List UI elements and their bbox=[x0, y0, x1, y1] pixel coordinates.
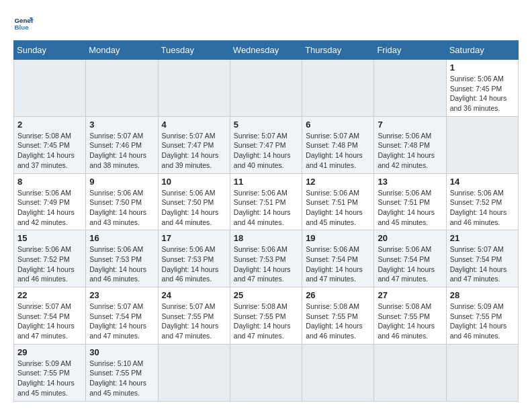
day-info: Sunrise: 5:07 AMSunset: 7:54 PMDaylight:… bbox=[89, 302, 154, 341]
day-number: 30 bbox=[89, 347, 154, 357]
calendar-day-cell bbox=[230, 344, 302, 401]
day-info: Sunrise: 5:07 AMSunset: 7:47 PMDaylight:… bbox=[162, 131, 226, 171]
day-number: 7 bbox=[378, 120, 442, 130]
calendar-week-row: 22Sunrise: 5:07 AMSunset: 7:54 PMDayligh… bbox=[14, 287, 519, 345]
day-info: Sunrise: 5:07 AMSunset: 7:48 PMDaylight:… bbox=[306, 131, 370, 171]
calendar-day-cell: 19Sunrise: 5:06 AMSunset: 7:54 PMDayligh… bbox=[302, 230, 374, 287]
calendar-day-cell bbox=[374, 60, 446, 117]
calendar-day-cell: 6Sunrise: 5:07 AMSunset: 7:48 PMDaylight… bbox=[302, 116, 374, 173]
day-number: 12 bbox=[306, 177, 370, 187]
calendar-day-cell bbox=[446, 344, 518, 401]
svg-text:Blue: Blue bbox=[15, 24, 30, 31]
calendar-day-cell: 5Sunrise: 5:07 AMSunset: 7:47 PMDaylight… bbox=[230, 116, 302, 173]
day-number: 25 bbox=[234, 290, 298, 300]
calendar-day-cell bbox=[14, 60, 86, 117]
day-number: 16 bbox=[89, 233, 154, 243]
calendar-day-cell: 2Sunrise: 5:08 AMSunset: 7:45 PMDaylight… bbox=[14, 116, 86, 173]
day-info: Sunrise: 5:06 AMSunset: 7:50 PMDaylight:… bbox=[162, 188, 226, 228]
calendar-day-cell: 14Sunrise: 5:06 AMSunset: 7:52 PMDayligh… bbox=[446, 173, 518, 230]
page-header: General Blue bbox=[13, 13, 519, 34]
day-info: Sunrise: 5:06 AMSunset: 7:53 PMDaylight:… bbox=[89, 244, 154, 284]
calendar-day-cell: 3Sunrise: 5:07 AMSunset: 7:46 PMDaylight… bbox=[86, 116, 158, 173]
calendar-week-row: 15Sunrise: 5:06 AMSunset: 7:52 PMDayligh… bbox=[14, 230, 519, 287]
day-number: 9 bbox=[89, 177, 154, 187]
day-info: Sunrise: 5:06 AMSunset: 7:53 PMDaylight:… bbox=[234, 244, 298, 284]
calendar-day-cell: 22Sunrise: 5:07 AMSunset: 7:54 PMDayligh… bbox=[14, 287, 86, 345]
day-number: 23 bbox=[89, 290, 154, 300]
day-info: Sunrise: 5:09 AMSunset: 7:55 PMDaylight:… bbox=[450, 302, 515, 341]
weekday-header: Monday bbox=[86, 41, 158, 60]
day-number: 28 bbox=[450, 290, 515, 300]
calendar-day-cell: 27Sunrise: 5:08 AMSunset: 7:55 PMDayligh… bbox=[374, 287, 446, 345]
calendar-day-cell bbox=[230, 60, 302, 117]
weekday-header: Thursday bbox=[302, 41, 374, 60]
calendar-week-row: 29Sunrise: 5:09 AMSunset: 7:55 PMDayligh… bbox=[14, 344, 519, 401]
day-info: Sunrise: 5:08 AMSunset: 7:55 PMDaylight:… bbox=[378, 302, 442, 341]
day-number: 29 bbox=[17, 347, 82, 357]
calendar-day-cell bbox=[158, 344, 230, 401]
day-info: Sunrise: 5:06 AMSunset: 7:52 PMDaylight:… bbox=[450, 188, 515, 228]
day-info: Sunrise: 5:06 AMSunset: 7:48 PMDaylight:… bbox=[378, 131, 442, 171]
day-number: 27 bbox=[378, 290, 442, 300]
calendar-day-cell: 25Sunrise: 5:08 AMSunset: 7:55 PMDayligh… bbox=[230, 287, 302, 345]
day-info: Sunrise: 5:06 AMSunset: 7:50 PMDaylight:… bbox=[89, 188, 154, 228]
logo: General Blue bbox=[13, 13, 34, 34]
calendar-week-row: 8Sunrise: 5:06 AMSunset: 7:49 PMDaylight… bbox=[14, 173, 519, 230]
calendar-day-cell: 8Sunrise: 5:06 AMSunset: 7:49 PMDaylight… bbox=[14, 173, 86, 230]
calendar-day-cell: 20Sunrise: 5:06 AMSunset: 7:54 PMDayligh… bbox=[374, 230, 446, 287]
day-info: Sunrise: 5:08 AMSunset: 7:55 PMDaylight:… bbox=[234, 302, 298, 341]
day-number: 18 bbox=[234, 233, 298, 243]
weekday-header: Wednesday bbox=[230, 41, 302, 60]
day-info: Sunrise: 5:08 AMSunset: 7:45 PMDaylight:… bbox=[17, 131, 82, 171]
day-number: 26 bbox=[306, 290, 370, 300]
day-info: Sunrise: 5:07 AMSunset: 7:55 PMDaylight:… bbox=[162, 302, 226, 341]
calendar-day-cell: 9Sunrise: 5:06 AMSunset: 7:50 PMDaylight… bbox=[86, 173, 158, 230]
calendar-week-row: 1Sunrise: 5:06 AMSunset: 7:45 PMDaylight… bbox=[14, 60, 519, 117]
calendar-day-cell: 28Sunrise: 5:09 AMSunset: 7:55 PMDayligh… bbox=[446, 287, 518, 345]
day-info: Sunrise: 5:07 AMSunset: 7:47 PMDaylight:… bbox=[234, 131, 298, 171]
day-info: Sunrise: 5:06 AMSunset: 7:51 PMDaylight:… bbox=[306, 188, 370, 228]
logo-icon: General Blue bbox=[13, 13, 34, 34]
day-info: Sunrise: 5:07 AMSunset: 7:54 PMDaylight:… bbox=[450, 244, 515, 284]
day-info: Sunrise: 5:06 AMSunset: 7:53 PMDaylight:… bbox=[162, 244, 226, 284]
calendar-day-cell bbox=[302, 344, 374, 401]
day-number: 4 bbox=[162, 120, 226, 130]
day-number: 8 bbox=[17, 177, 82, 187]
day-number: 17 bbox=[162, 233, 226, 243]
day-number: 5 bbox=[234, 120, 298, 130]
calendar-day-cell: 12Sunrise: 5:06 AMSunset: 7:51 PMDayligh… bbox=[302, 173, 374, 230]
day-number: 6 bbox=[306, 120, 370, 130]
calendar-day-cell: 24Sunrise: 5:07 AMSunset: 7:55 PMDayligh… bbox=[158, 287, 230, 345]
day-info: Sunrise: 5:06 AMSunset: 7:51 PMDaylight:… bbox=[378, 188, 442, 228]
day-number: 14 bbox=[450, 177, 515, 187]
day-info: Sunrise: 5:07 AMSunset: 7:46 PMDaylight:… bbox=[89, 131, 154, 171]
calendar-day-cell: 17Sunrise: 5:06 AMSunset: 7:53 PMDayligh… bbox=[158, 230, 230, 287]
day-number: 3 bbox=[89, 120, 154, 130]
calendar-day-cell: 1Sunrise: 5:06 AMSunset: 7:45 PMDaylight… bbox=[446, 60, 518, 117]
day-number: 20 bbox=[378, 233, 442, 243]
weekday-header: Tuesday bbox=[158, 41, 230, 60]
weekday-header-row: SundayMondayTuesdayWednesdayThursdayFrid… bbox=[14, 41, 519, 60]
calendar-day-cell bbox=[86, 60, 158, 117]
calendar-day-cell: 16Sunrise: 5:06 AMSunset: 7:53 PMDayligh… bbox=[86, 230, 158, 287]
calendar-day-cell: 26Sunrise: 5:08 AMSunset: 7:55 PMDayligh… bbox=[302, 287, 374, 345]
calendar-day-cell bbox=[374, 344, 446, 401]
calendar-day-cell: 15Sunrise: 5:06 AMSunset: 7:52 PMDayligh… bbox=[14, 230, 86, 287]
calendar-day-cell: 29Sunrise: 5:09 AMSunset: 7:55 PMDayligh… bbox=[14, 344, 86, 401]
day-number: 2 bbox=[17, 120, 82, 130]
day-info: Sunrise: 5:06 AMSunset: 7:52 PMDaylight:… bbox=[17, 244, 82, 284]
day-number: 1 bbox=[450, 62, 515, 73]
day-number: 10 bbox=[162, 177, 226, 187]
day-number: 24 bbox=[162, 290, 226, 300]
day-info: Sunrise: 5:06 AMSunset: 7:45 PMDaylight:… bbox=[450, 74, 515, 113]
day-number: 15 bbox=[17, 233, 82, 243]
calendar-day-cell: 11Sunrise: 5:06 AMSunset: 7:51 PMDayligh… bbox=[230, 173, 302, 230]
calendar-day-cell: 18Sunrise: 5:06 AMSunset: 7:53 PMDayligh… bbox=[230, 230, 302, 287]
calendar-day-cell: 7Sunrise: 5:06 AMSunset: 7:48 PMDaylight… bbox=[374, 116, 446, 173]
day-info: Sunrise: 5:10 AMSunset: 7:55 PMDaylight:… bbox=[89, 359, 154, 398]
calendar-day-cell: 4Sunrise: 5:07 AMSunset: 7:47 PMDaylight… bbox=[158, 116, 230, 173]
day-info: Sunrise: 5:08 AMSunset: 7:55 PMDaylight:… bbox=[306, 302, 370, 341]
calendar-day-cell bbox=[158, 60, 230, 117]
calendar-day-cell: 21Sunrise: 5:07 AMSunset: 7:54 PMDayligh… bbox=[446, 230, 518, 287]
calendar-day-cell: 13Sunrise: 5:06 AMSunset: 7:51 PMDayligh… bbox=[374, 173, 446, 230]
